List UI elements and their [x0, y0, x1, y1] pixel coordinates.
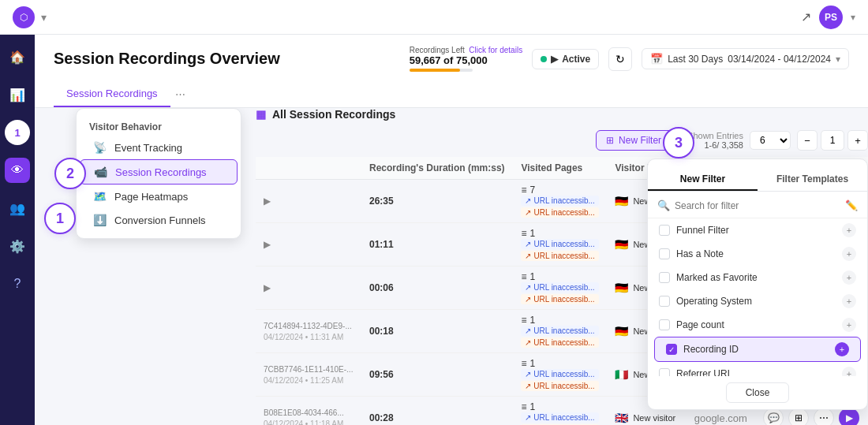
filter-checkbox-recordingid[interactable]: ✓ [666, 344, 677, 355]
add-filter-note-icon[interactable]: + [842, 247, 856, 261]
cell-duration: 00:06 [361, 267, 513, 310]
add-filter-funnel-icon[interactable]: + [842, 223, 856, 237]
play-button[interactable]: ▶ [839, 408, 859, 425]
sidebar-icon-help[interactable]: ? [5, 271, 30, 296]
url-tags: ↗ URL inaccessib... ↗ URL inaccessib... [521, 369, 599, 391]
chat-button[interactable]: 💬 [763, 408, 784, 425]
filter-label-recordingid: Recording ID [683, 344, 739, 355]
url-tag: ↗ URL inaccessib... [521, 282, 599, 293]
section-header: ▦ All Session Recordings [256, 108, 868, 121]
filter-search-input[interactable] [675, 200, 840, 211]
video-icon: ▶ [264, 196, 271, 207]
filter-close-button[interactable]: Close [726, 382, 790, 403]
conversion-funnels-label: Conversion Funnels [114, 214, 206, 226]
tab-more-icon[interactable]: ⋯ [170, 82, 190, 106]
sidebar-icon-step1[interactable]: 1 [5, 120, 30, 145]
video-icon: ▶ [264, 282, 271, 293]
pages-icon: ≡ [521, 401, 526, 412]
cell-pages: ≡ 1 ↗ URL inaccessib... ↗ URL inaccessib… [513, 353, 607, 397]
prev-page-button[interactable]: − [797, 130, 817, 151]
filter-item-recordingid[interactable]: 4 ✓ Recording ID + [654, 337, 861, 362]
pages-icon: ≡ [521, 315, 526, 326]
nav-chevron-icon[interactable]: ▾ [41, 11, 47, 24]
menu-item-session-recordings[interactable]: 2 📹 Session Recordings [80, 159, 238, 185]
sidebar-icon-users[interactable]: 👥 [5, 196, 30, 221]
filter-tab-new[interactable]: New Filter [648, 169, 758, 191]
source-icon: google.com [694, 412, 747, 424]
url-tags: ↗ URL inaccessib... ↗ URL inaccessib... [521, 282, 599, 304]
filter-checkbox-os[interactable] [659, 296, 670, 307]
sidebar-icon-settings[interactable]: ⚙️ [5, 233, 30, 259]
url-tag: ↗ URL inaccessib... [521, 196, 599, 206]
cell-duration: 26:35 [361, 180, 513, 223]
table-container: ▦ All Session Recordings 3 ⊞ New Filter … [256, 108, 868, 425]
per-page-select[interactable]: 6 12 25 [750, 131, 791, 150]
url-tag-orange: ↗ URL inaccessib... [521, 381, 599, 391]
cell-id: ▶ [256, 180, 361, 223]
add-filter-recordingid-icon[interactable]: + [835, 342, 849, 356]
filter-label-note: Has a Note [676, 248, 724, 259]
avatar-chevron-icon[interactable]: ▾ [851, 12, 855, 23]
filter-label-funnel: Funnel Filter [676, 225, 729, 236]
filter-list: Funnel Filter + Has a Note + [648, 218, 867, 376]
recording-id: 7CBB7746-1E11-410E-... [264, 365, 353, 374]
filter-item-favorite[interactable]: Marked as Favorite + [648, 266, 867, 289]
url-tags: ↗ URL inaccessib... ↗ URL inaccessib... [521, 196, 599, 218]
sidebar-icon-eye[interactable]: 👁 [5, 158, 30, 183]
add-filter-pagecount-icon[interactable]: + [842, 318, 856, 332]
filter-checkbox-favorite[interactable] [659, 272, 670, 283]
menu-item-event-tracking[interactable]: 📡 Event Tracking [80, 136, 238, 159]
filter-checkbox-note[interactable] [659, 248, 670, 259]
page-tabs: Session Recordings ⋯ [54, 81, 849, 107]
filter-item-left: Marked as Favorite [659, 272, 758, 283]
entries-info: Shown Entries 1-6/ 3,358 [687, 131, 743, 150]
cell-duration: 01:11 [361, 223, 513, 267]
recording-date: 04/12/2024 • 11:25 AM [264, 376, 343, 385]
filter-item-referrer[interactable]: Referrer URL + [648, 362, 867, 376]
page-input[interactable] [821, 130, 844, 151]
next-page-button[interactable]: + [847, 130, 868, 151]
menu-item-page-heatmaps[interactable]: 🗺️ Page Heatmaps [80, 185, 238, 208]
add-filter-referrer-icon[interactable]: + [842, 367, 856, 376]
recordings-left-info[interactable]: Recordings Left Click for details 59,667… [410, 46, 522, 72]
top-bar: ⬡ ▾ ↗ PS ▾ [0, 0, 868, 35]
filter-checkbox-referrer[interactable] [659, 368, 670, 376]
refresh-button[interactable]: ↻ [608, 47, 632, 71]
menu-item-conversion-funnels[interactable]: ⬇️ Conversion Funnels [80, 208, 238, 232]
click-details-link[interactable]: Click for details [469, 46, 522, 54]
more-button[interactable]: ⋯ [814, 408, 834, 425]
filter-edit-icon[interactable]: ✏️ [845, 199, 858, 211]
filter-item-note[interactable]: Has a Note + [648, 242, 867, 266]
filter-item-left: Funnel Filter [659, 225, 729, 236]
sidebar: 🏠 📊 1 👁 👥 ⚙️ ? [0, 35, 35, 425]
filter-item-pagecount[interactable]: Page count + [648, 313, 867, 337]
flag-icon: 🇩🇪 [615, 325, 628, 337]
step-badge-1: 1 [44, 203, 76, 234]
add-filter-os-icon[interactable]: + [842, 294, 856, 308]
cell-duration: 00:28 [361, 397, 513, 426]
url-tags: ↗ URL inaccessib... ↗ URL inaccessib... [521, 239, 599, 261]
filter-label-favorite: Marked as Favorite [676, 272, 758, 283]
export-icon[interactable]: ↗ [801, 9, 811, 24]
url-tag-orange: ↗ URL inaccessib... [521, 207, 599, 218]
filter-checkbox-funnel[interactable] [659, 225, 670, 236]
sidebar-icon-chart[interactable]: 📊 [5, 82, 30, 107]
event-tracking-icon: 📡 [92, 141, 107, 154]
col-duration: Recording's Duration (mm:ss) [361, 157, 513, 180]
url-tag: ↗ URL inaccessib... [521, 369, 599, 379]
filter-tab-templates[interactable]: Filter Templates [758, 169, 867, 191]
apps-button[interactable]: ⊞ [788, 408, 809, 425]
filter-dropdown: New Filter Filter Templates 🔍 ✏️ [647, 158, 868, 410]
filter-item-funnel[interactable]: Funnel Filter + [648, 218, 867, 242]
date-range-chevron-icon[interactable]: ▾ [836, 54, 840, 65]
filter-checkbox-pagecount[interactable] [659, 319, 670, 330]
col-id [256, 157, 361, 180]
tab-session-recordings[interactable]: Session Recordings [54, 81, 170, 107]
add-filter-favorite-icon[interactable]: + [842, 270, 856, 285]
pages-icon: ≡ [521, 185, 526, 196]
filter-item-os[interactable]: Operating System + [648, 289, 867, 313]
conversion-funnels-icon: ⬇️ [92, 214, 107, 226]
date-range-selector[interactable]: 📅 Last 30 Days 03/14/2024 - 04/12/2024 ▾ [642, 48, 849, 69]
sidebar-icon-home[interactable]: 🏠 [5, 44, 30, 69]
active-badge[interactable]: ▶ Active [532, 49, 599, 69]
